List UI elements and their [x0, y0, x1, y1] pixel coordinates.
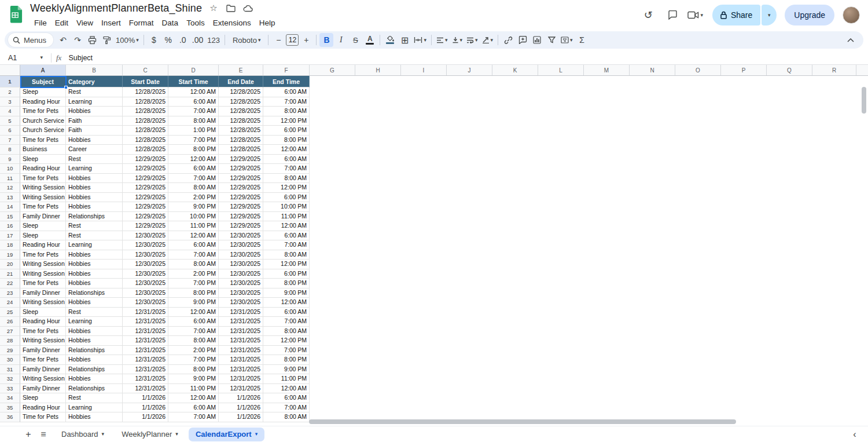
cell[interactable]: Hobbies [66, 355, 123, 365]
cell[interactable]: Time for Pets [20, 250, 66, 260]
column-header-D[interactable]: D [168, 65, 219, 75]
cell[interactable]: 7:00 PM [168, 279, 219, 288]
cell[interactable]: 12/30/2025 [219, 231, 263, 241]
cell[interactable]: Learning [66, 240, 123, 250]
cell[interactable]: 12/28/2025 [219, 87, 263, 97]
cell[interactable]: Hobbies [66, 250, 123, 260]
cell[interactable]: 12/29/2025 [219, 212, 263, 222]
header-cell-end-date[interactable]: End Date [219, 76, 263, 87]
cell[interactable]: Reading Hour [20, 317, 66, 327]
column-header-N[interactable]: N [630, 65, 675, 75]
cell[interactable]: 6:00 AM [263, 155, 310, 165]
cell[interactable]: 6:00 AM [263, 87, 310, 97]
empty-area[interactable] [310, 327, 868, 337]
empty-area[interactable] [310, 107, 868, 116]
cell[interactable]: Family Dinner [20, 384, 66, 394]
text-color-button[interactable]: A [363, 33, 377, 47]
cell[interactable]: 8:00 PM [263, 355, 310, 365]
cell[interactable]: Time for Pets [20, 279, 66, 288]
cell[interactable]: Hobbies [66, 136, 123, 145]
cell[interactable]: 8:00 PM [263, 136, 310, 145]
row-header-25[interactable]: 25 [0, 308, 20, 317]
empty-area[interactable] [310, 87, 868, 97]
row-header-11[interactable]: 11 [0, 174, 20, 184]
empty-area[interactable] [310, 346, 868, 356]
cell[interactable]: 12/31/2025 [219, 365, 263, 375]
cell[interactable]: Rest [66, 87, 123, 97]
row-header-26[interactable]: 26 [0, 317, 20, 327]
bold-button[interactable]: B [319, 33, 333, 47]
cell[interactable]: Church Service [20, 116, 66, 126]
cell[interactable]: Time for Pets [20, 355, 66, 365]
cell[interactable]: 7:00 PM [263, 346, 310, 356]
row-header-33[interactable]: 33 [0, 384, 20, 394]
filter-views-button[interactable]: ▾ [559, 33, 575, 47]
column-header-F[interactable]: F [263, 65, 310, 75]
cell[interactable]: Writing Session [20, 260, 66, 269]
menu-insert[interactable]: Insert [97, 17, 125, 28]
empty-area[interactable] [310, 145, 868, 155]
cell[interactable]: 12/28/2025 [219, 107, 263, 116]
text-wrap-button[interactable]: ▾ [465, 33, 480, 47]
row-header-27[interactable]: 27 [0, 327, 20, 337]
cell[interactable]: Writing Session [20, 298, 66, 308]
decrease-font-size-button[interactable]: − [271, 33, 285, 47]
column-header-P[interactable]: P [721, 65, 767, 75]
cell[interactable]: 6:00 AM [168, 164, 219, 174]
cell[interactable]: 7:00 AM [168, 412, 219, 422]
cell[interactable]: 1/1/2026 [219, 393, 263, 403]
cell[interactable]: 12/31/2025 [219, 346, 263, 356]
row-header-4[interactable]: 4 [0, 107, 20, 116]
cell[interactable]: 12/30/2025 [219, 269, 263, 279]
cell[interactable]: 6:00 AM [263, 308, 310, 317]
cell[interactable]: 1/1/2026 [123, 393, 168, 403]
cell[interactable]: 12/30/2025 [123, 269, 168, 279]
row-header-1[interactable]: 1 [0, 76, 20, 87]
cell[interactable]: 12/31/2025 [219, 374, 263, 384]
cell[interactable]: 12/29/2025 [219, 193, 263, 203]
cell[interactable]: 8:00 AM [168, 183, 219, 193]
empty-area[interactable] [310, 393, 868, 403]
row-header-23[interactable]: 23 [0, 288, 20, 298]
empty-area[interactable] [310, 240, 868, 250]
cell[interactable]: 7:00 AM [263, 97, 310, 107]
cell[interactable]: 12:00 PM [263, 183, 310, 193]
font-size-input[interactable]: 12 [286, 34, 299, 46]
paint-format-button[interactable] [100, 33, 113, 47]
cell[interactable]: 12/31/2025 [123, 346, 168, 356]
cell[interactable]: 12/29/2025 [219, 174, 263, 184]
empty-area[interactable] [310, 76, 868, 87]
font-family-select[interactable]: Roboto ▾ [228, 33, 265, 47]
cell[interactable]: Sleep [20, 155, 66, 165]
cell[interactable]: 9:00 PM [263, 365, 310, 375]
cell[interactable]: 12:00 AM [263, 145, 310, 155]
cell[interactable]: 7:00 PM [168, 136, 219, 145]
cell[interactable]: 10:00 PM [168, 212, 219, 222]
empty-area[interactable] [310, 136, 868, 145]
menu-extensions[interactable]: Extensions [209, 17, 255, 28]
cell[interactable]: 8:00 PM [168, 145, 219, 155]
horizontal-scrollbar[interactable] [309, 419, 736, 424]
cell[interactable]: 12/30/2025 [123, 298, 168, 308]
cell[interactable]: Rest [66, 155, 123, 165]
cell[interactable]: 1/1/2026 [219, 412, 263, 422]
cell[interactable]: Family Dinner [20, 346, 66, 356]
cell[interactable]: 11:00 PM [263, 212, 310, 222]
cell[interactable]: 12/29/2025 [219, 155, 263, 165]
empty-area[interactable] [310, 384, 868, 394]
name-box[interactable]: A1 ▾ [8, 54, 46, 62]
cell[interactable]: Reading Hour [20, 97, 66, 107]
header-cell-category[interactable]: Category [66, 76, 123, 87]
cell[interactable]: Sleep [20, 308, 66, 317]
format-percent-button[interactable]: % [161, 33, 175, 47]
cell[interactable]: 12/31/2025 [123, 336, 168, 346]
cell[interactable]: 11:00 PM [168, 384, 219, 394]
cell[interactable]: 12/31/2025 [123, 365, 168, 375]
cell[interactable]: 12/28/2025 [123, 136, 168, 145]
print-button[interactable] [85, 33, 99, 47]
cell[interactable]: 8:00 PM [168, 288, 219, 298]
row-header-2[interactable]: 2 [0, 87, 20, 97]
borders-button[interactable]: ⊞ [398, 33, 411, 47]
empty-area[interactable] [310, 183, 868, 193]
cell[interactable]: Hobbies [66, 107, 123, 116]
